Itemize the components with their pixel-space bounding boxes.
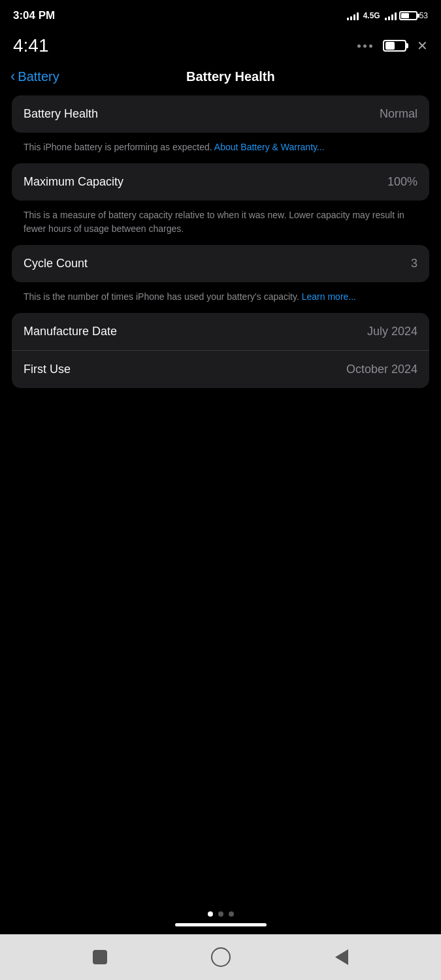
max-capacity-value: 100%	[387, 175, 417, 189]
cycle-count-description: This is the number of times iPhone has u…	[12, 287, 429, 313]
max-capacity-desc-text: This is a measure of battery capacity re…	[24, 210, 404, 234]
first-use-row: First Use October 2024	[12, 350, 429, 388]
recent-apps-button[interactable]	[88, 945, 112, 969]
first-use-value: October 2024	[346, 363, 417, 376]
page-dot-2	[218, 911, 223, 917]
page-title: Battery Health	[59, 69, 402, 84]
cycle-count-label: Cycle Count	[24, 257, 88, 270]
learn-more-link[interactable]: Learn more...	[302, 291, 356, 302]
page-dots	[0, 898, 441, 923]
back-label[interactable]: Battery	[18, 69, 59, 84]
more-dots-icon	[357, 44, 372, 48]
recent-apps-icon	[93, 950, 107, 964]
main-content: Battery Health Normal This iPhone batter…	[0, 95, 441, 497]
cycle-count-value: 3	[411, 257, 417, 270]
battery-health-card: Battery Health Normal	[12, 95, 429, 133]
status-time: 3:04 PM	[13, 9, 55, 22]
manufacture-date-row: Manufacture Date July 2024	[12, 313, 429, 350]
back-chevron-icon[interactable]: ‹	[10, 68, 15, 85]
max-capacity-row: Maximum Capacity 100%	[12, 163, 429, 201]
app-nav-right: ✕	[357, 38, 428, 54]
battery-health-value: Normal	[380, 107, 417, 121]
back-button[interactable]	[330, 945, 353, 969]
battery-health-desc-text: This iPhone battery is performing as exp…	[24, 142, 212, 152]
network-label: 4.5G	[363, 11, 380, 20]
max-capacity-description: This is a measure of battery capacity re…	[12, 206, 429, 245]
manufacture-date-value: July 2024	[367, 325, 417, 338]
battery-status-icon: 53	[399, 11, 428, 20]
home-button[interactable]	[209, 945, 233, 969]
manufacture-date-label: Manufacture Date	[24, 325, 117, 338]
system-bar	[0, 934, 441, 980]
cycle-count-row: Cycle Count 3	[12, 245, 429, 282]
close-icon[interactable]: ✕	[417, 38, 428, 54]
dates-card: Manufacture Date July 2024 First Use Oct…	[12, 313, 429, 388]
home-icon	[211, 947, 231, 967]
back-icon	[335, 949, 348, 965]
battery-percent: 53	[419, 11, 428, 20]
page-dot-1	[208, 911, 213, 917]
back-navigation: ‹ Battery Battery Health	[0, 63, 441, 95]
max-capacity-label: Maximum Capacity	[24, 175, 123, 189]
battery-warranty-link[interactable]: About Battery & Warranty...	[214, 142, 325, 152]
battery-nav-icon	[383, 40, 406, 52]
app-clock: 4:41	[13, 35, 49, 56]
app-nav-bar: 4:41 ✕	[0, 29, 441, 63]
home-bar	[175, 923, 267, 926]
cycle-count-card: Cycle Count 3	[12, 245, 429, 282]
cycle-count-desc-text: This is the number of times iPhone has u…	[24, 291, 299, 302]
max-capacity-card: Maximum Capacity 100%	[12, 163, 429, 201]
battery-health-row: Battery Health Normal	[12, 95, 429, 133]
battery-health-description: This iPhone battery is performing as exp…	[12, 138, 429, 163]
status-bar: 3:04 PM 4.5G 53	[0, 0, 441, 29]
page-dot-3	[229, 911, 234, 917]
home-indicator	[0, 923, 441, 934]
first-use-label: First Use	[24, 363, 71, 376]
signal-bars-icon	[347, 11, 359, 20]
status-icons: 4.5G 53	[347, 11, 428, 20]
signal-bars2-icon	[385, 11, 397, 20]
battery-health-label: Battery Health	[24, 107, 98, 121]
